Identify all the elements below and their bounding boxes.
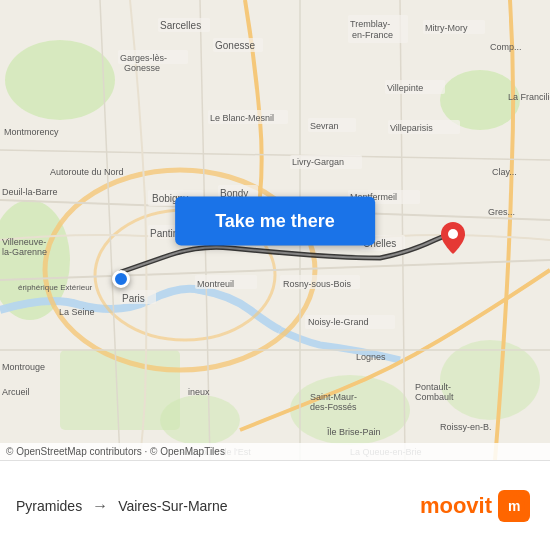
route-to-label: Vaires-Sur-Marne (118, 498, 227, 514)
svg-text:Garges-lès-: Garges-lès- (120, 53, 167, 63)
svg-text:Mitry-Mory: Mitry-Mory (425, 23, 468, 33)
svg-text:La Seine: La Seine (59, 307, 95, 317)
svg-text:Saint-Maur-: Saint-Maur- (310, 392, 357, 402)
svg-text:Sevran: Sevran (310, 121, 339, 131)
svg-text:Combault: Combault (415, 392, 454, 402)
svg-text:des-Fossés: des-Fossés (310, 402, 357, 412)
svg-point-7 (160, 395, 240, 445)
map-container: Bobigny Bondy Chelles Rosny-sous-Bois No… (0, 0, 550, 460)
route-info: Pyramides → Vaires-Sur-Marne (16, 497, 228, 515)
svg-text:Île Brise-Pain: Île Brise-Pain (326, 427, 381, 437)
svg-point-81 (448, 229, 458, 239)
svg-text:Livry-Gargan: Livry-Gargan (292, 157, 344, 167)
svg-text:Villeparisis: Villeparisis (390, 123, 433, 133)
svg-text:Gonesse: Gonesse (215, 40, 255, 51)
route-from-label: Pyramides (16, 498, 82, 514)
svg-text:Deuil-la-Barre: Deuil-la-Barre (2, 187, 58, 197)
svg-text:Villeneuve-: Villeneuve- (2, 237, 46, 247)
svg-text:Roissy-en-B.: Roissy-en-B. (440, 422, 492, 432)
svg-text:Gonesse: Gonesse (124, 63, 160, 73)
moovit-icon: m (498, 490, 530, 522)
svg-text:Le Blanc-Mesnil: Le Blanc-Mesnil (210, 113, 274, 123)
svg-text:ineux: ineux (188, 387, 210, 397)
map-attribution: © OpenStreetMap contributors · © OpenMap… (0, 443, 550, 460)
svg-point-6 (440, 340, 540, 420)
svg-text:Rosny-sous-Bois: Rosny-sous-Bois (283, 279, 352, 289)
bottom-bar: Pyramides → Vaires-Sur-Marne moovit m (0, 460, 550, 550)
svg-text:Montrouge: Montrouge (2, 362, 45, 372)
svg-text:la-Garenne: la-Garenne (2, 247, 47, 257)
svg-text:Tremblay-: Tremblay- (350, 19, 390, 29)
moovit-logo: moovit m (420, 490, 530, 522)
svg-text:en-France: en-France (352, 30, 393, 40)
svg-text:Villepinte: Villepinte (387, 83, 423, 93)
destination-marker (441, 222, 465, 258)
svg-text:Autoroute du Nord: Autoroute du Nord (50, 167, 124, 177)
svg-text:Arcueil: Arcueil (2, 387, 30, 397)
svg-text:Noisy-le-Grand: Noisy-le-Grand (308, 317, 369, 327)
svg-text:Montmorency: Montmorency (4, 127, 59, 137)
svg-text:Clay...: Clay... (492, 167, 517, 177)
route-arrow-icon: → (92, 497, 108, 515)
svg-text:Lognes: Lognes (356, 352, 386, 362)
svg-text:ériphérique Extérieur: ériphérique Extérieur (18, 283, 93, 292)
moovit-text: moovit (420, 493, 492, 519)
origin-marker (112, 270, 130, 288)
svg-text:Gres...: Gres... (488, 207, 515, 217)
svg-text:Paris: Paris (122, 293, 145, 304)
svg-text:Montreuil: Montreuil (197, 279, 234, 289)
take-me-there-button[interactable]: Take me there (175, 196, 375, 245)
svg-text:Pontault-: Pontault- (415, 382, 451, 392)
svg-point-1 (5, 40, 115, 120)
svg-text:Comp...: Comp... (490, 42, 522, 52)
svg-text:La Francilienne: La Francilienne (508, 92, 550, 102)
svg-text:m: m (508, 498, 520, 514)
svg-text:Pantin: Pantin (150, 228, 178, 239)
svg-text:Sarcelles: Sarcelles (160, 20, 201, 31)
